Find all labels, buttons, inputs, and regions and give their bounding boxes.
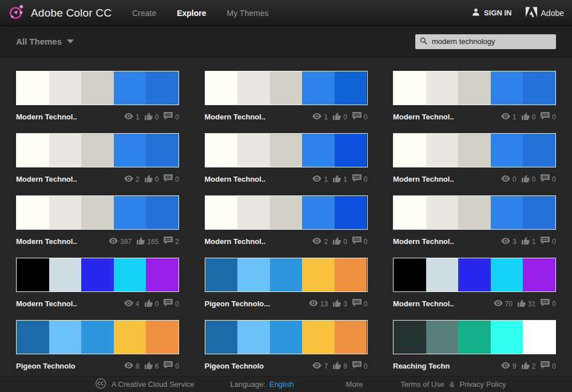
- theme-palette[interactable]: [205, 71, 368, 105]
- theme-card[interactable]: Pigeon Technolo 8: [16, 320, 179, 371]
- nav-explore[interactable]: Explore: [177, 9, 206, 18]
- color-swatch[interactable]: [146, 71, 178, 105]
- color-swatch[interactable]: [302, 321, 335, 354]
- color-swatch[interactable]: [270, 321, 303, 354]
- color-swatch[interactable]: [205, 134, 238, 167]
- theme-palette[interactable]: [393, 320, 556, 354]
- color-swatch[interactable]: [491, 258, 523, 291]
- color-swatch[interactable]: [146, 134, 178, 167]
- color-swatch[interactable]: [523, 196, 555, 229]
- color-swatch[interactable]: [302, 134, 335, 167]
- more-menu[interactable]: More: [346, 380, 363, 389]
- color-swatch[interactable]: [237, 196, 270, 229]
- theme-palette[interactable]: [205, 320, 368, 354]
- theme-palette[interactable]: [16, 195, 179, 230]
- color-swatch[interactable]: [49, 258, 82, 291]
- color-swatch[interactable]: [523, 258, 555, 291]
- color-swatch[interactable]: [426, 258, 459, 291]
- color-swatch[interactable]: [335, 134, 367, 167]
- color-swatch[interactable]: [458, 196, 491, 229]
- color-swatch[interactable]: [523, 321, 555, 354]
- theme-card[interactable]: Modern Technol.. 0: [393, 133, 556, 184]
- theme-card[interactable]: Pigeon Technolo... 13: [205, 258, 368, 309]
- theme-palette[interactable]: [393, 71, 556, 105]
- color-swatch[interactable]: [270, 134, 303, 167]
- color-swatch[interactable]: [458, 258, 491, 291]
- color-swatch[interactable]: [270, 71, 303, 105]
- theme-card[interactable]: Reaching Techn 9: [393, 320, 556, 371]
- color-swatch[interactable]: [81, 321, 114, 354]
- color-swatch[interactable]: [146, 321, 178, 354]
- theme-card[interactable]: Modern Technol.. 70: [393, 258, 556, 309]
- color-swatch[interactable]: [205, 71, 238, 105]
- color-swatch[interactable]: [426, 71, 459, 105]
- color-swatch[interactable]: [270, 258, 303, 291]
- theme-card[interactable]: Modern Technol.. 3: [393, 195, 556, 246]
- color-swatch[interactable]: [237, 321, 270, 354]
- privacy-policy-link[interactable]: Privacy Policy: [459, 380, 506, 389]
- color-swatch[interactable]: [302, 196, 335, 229]
- color-swatch[interactable]: [114, 321, 146, 354]
- theme-palette[interactable]: [16, 71, 179, 105]
- sign-in-button[interactable]: SIGN IN: [472, 8, 511, 18]
- color-swatch[interactable]: [81, 134, 114, 167]
- theme-palette[interactable]: [393, 133, 556, 167]
- adobe-link[interactable]: Adobe: [526, 7, 564, 19]
- theme-card[interactable]: Modern Technol.. 4: [16, 258, 179, 309]
- color-swatch[interactable]: [491, 321, 523, 354]
- theme-palette[interactable]: [16, 258, 179, 292]
- theme-palette[interactable]: [205, 195, 368, 230]
- color-swatch[interactable]: [114, 71, 146, 105]
- color-swatch[interactable]: [49, 321, 82, 354]
- color-swatch[interactable]: [335, 71, 367, 105]
- color-swatch[interactable]: [458, 321, 491, 354]
- app-logo[interactable]: Adobe Color CC: [8, 3, 112, 23]
- color-swatch[interactable]: [114, 258, 146, 291]
- color-swatch[interactable]: [302, 258, 335, 291]
- color-swatch[interactable]: [205, 321, 238, 354]
- color-swatch[interactable]: [237, 258, 270, 291]
- theme-card[interactable]: Modern Technol.. 1: [205, 133, 368, 184]
- color-swatch[interactable]: [114, 196, 146, 229]
- color-swatch[interactable]: [114, 134, 146, 167]
- color-swatch[interactable]: [394, 321, 426, 354]
- theme-card[interactable]: Modern Technol.. 1: [205, 71, 368, 122]
- color-swatch[interactable]: [81, 71, 114, 105]
- theme-palette[interactable]: [205, 258, 368, 292]
- color-swatch[interactable]: [394, 196, 426, 229]
- color-swatch[interactable]: [335, 196, 367, 229]
- theme-card[interactable]: Modern Technol.. 2: [16, 133, 179, 184]
- color-swatch[interactable]: [335, 258, 367, 291]
- color-swatch[interactable]: [146, 196, 178, 229]
- color-swatch[interactable]: [49, 196, 82, 229]
- theme-palette[interactable]: [393, 195, 556, 230]
- color-swatch[interactable]: [237, 71, 270, 105]
- nav-create[interactable]: Create: [132, 9, 156, 18]
- color-swatch[interactable]: [523, 71, 555, 105]
- color-swatch[interactable]: [17, 71, 49, 105]
- theme-palette[interactable]: [16, 320, 179, 354]
- language-value-link[interactable]: English: [269, 380, 294, 389]
- color-swatch[interactable]: [146, 258, 178, 291]
- theme-palette[interactable]: [16, 133, 179, 167]
- color-swatch[interactable]: [302, 71, 335, 105]
- color-swatch[interactable]: [205, 196, 238, 229]
- color-swatch[interactable]: [237, 134, 270, 167]
- theme-palette[interactable]: [205, 133, 368, 167]
- terms-of-use-link[interactable]: Terms of Use: [400, 380, 444, 389]
- search-input[interactable]: [431, 37, 551, 46]
- color-swatch[interactable]: [17, 196, 49, 229]
- theme-card[interactable]: Modern Technol.. 1: [393, 71, 556, 122]
- search-box[interactable]: [415, 34, 556, 49]
- color-swatch[interactable]: [394, 258, 426, 291]
- color-swatch[interactable]: [17, 258, 49, 291]
- color-swatch[interactable]: [17, 321, 49, 354]
- color-swatch[interactable]: [81, 258, 114, 291]
- color-swatch[interactable]: [49, 134, 82, 167]
- color-swatch[interactable]: [491, 196, 523, 229]
- color-swatch[interactable]: [491, 71, 523, 105]
- nav-my-themes[interactable]: My Themes: [227, 9, 269, 18]
- all-themes-dropdown[interactable]: All Themes: [16, 37, 74, 46]
- color-swatch[interactable]: [394, 71, 426, 105]
- theme-card[interactable]: Pigeon Technolo 7: [205, 320, 368, 371]
